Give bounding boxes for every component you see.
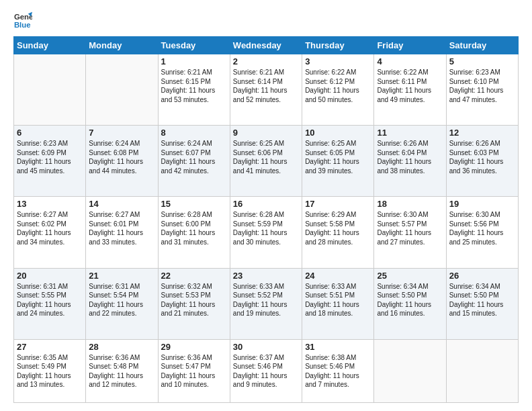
weekday-header: Saturday: [446, 37, 518, 54]
weekday-header: Wednesday: [230, 37, 302, 54]
day-info: Sunrise: 6:32 AM Sunset: 5:53 PM Dayligh…: [161, 282, 227, 318]
day-number: 4: [377, 56, 443, 66]
calendar-cell: 3Sunrise: 6:22 AM Sunset: 6:12 PM Daylig…: [302, 54, 374, 126]
calendar-cell: [446, 339, 518, 402]
day-info: Sunrise: 6:21 AM Sunset: 6:15 PM Dayligh…: [161, 68, 227, 104]
day-info: Sunrise: 6:34 AM Sunset: 5:50 PM Dayligh…: [449, 282, 515, 318]
day-number: 7: [89, 128, 154, 138]
calendar-cell: 26Sunrise: 6:34 AM Sunset: 5:50 PM Dayli…: [446, 268, 518, 339]
day-number: 22: [161, 271, 227, 281]
day-number: 1: [161, 56, 227, 66]
header: General Blue: [13, 11, 519, 30]
day-info: Sunrise: 6:30 AM Sunset: 5:57 PM Dayligh…: [377, 210, 443, 246]
weekday-header: Thursday: [302, 37, 374, 54]
calendar-cell: 18Sunrise: 6:30 AM Sunset: 5:57 PM Dayli…: [374, 197, 446, 268]
day-info: Sunrise: 6:21 AM Sunset: 6:14 PM Dayligh…: [233, 68, 299, 104]
day-info: Sunrise: 6:25 AM Sunset: 6:06 PM Dayligh…: [233, 139, 299, 175]
day-number: 21: [89, 271, 154, 281]
calendar-cell: 14Sunrise: 6:27 AM Sunset: 6:01 PM Dayli…: [86, 197, 158, 268]
day-info: Sunrise: 6:26 AM Sunset: 6:04 PM Dayligh…: [377, 139, 443, 175]
calendar-cell: 25Sunrise: 6:34 AM Sunset: 5:50 PM Dayli…: [374, 268, 446, 339]
day-info: Sunrise: 6:37 AM Sunset: 5:46 PM Dayligh…: [233, 353, 299, 390]
day-info: Sunrise: 6:26 AM Sunset: 6:03 PM Dayligh…: [449, 139, 515, 175]
calendar-cell: [374, 339, 446, 402]
day-number: 8: [161, 128, 227, 138]
calendar-cell: 29Sunrise: 6:36 AM Sunset: 5:47 PM Dayli…: [158, 339, 230, 402]
day-info: Sunrise: 6:33 AM Sunset: 5:52 PM Dayligh…: [233, 282, 299, 318]
calendar-cell: 7Sunrise: 6:24 AM Sunset: 6:08 PM Daylig…: [86, 126, 158, 197]
day-info: Sunrise: 6:22 AM Sunset: 6:11 PM Dayligh…: [377, 68, 443, 104]
calendar-cell: 23Sunrise: 6:33 AM Sunset: 5:52 PM Dayli…: [230, 268, 302, 339]
calendar-cell: 15Sunrise: 6:28 AM Sunset: 6:00 PM Dayli…: [158, 197, 230, 268]
calendar-cell: 4Sunrise: 6:22 AM Sunset: 6:11 PM Daylig…: [374, 54, 446, 126]
day-number: 6: [17, 128, 83, 138]
day-info: Sunrise: 6:31 AM Sunset: 5:55 PM Dayligh…: [17, 282, 83, 318]
calendar-cell: 31Sunrise: 6:38 AM Sunset: 5:46 PM Dayli…: [302, 339, 374, 402]
day-number: 29: [161, 342, 227, 352]
day-info: Sunrise: 6:25 AM Sunset: 6:05 PM Dayligh…: [305, 139, 371, 175]
day-number: 5: [449, 56, 515, 66]
calendar-cell: 12Sunrise: 6:26 AM Sunset: 6:03 PM Dayli…: [446, 126, 518, 197]
calendar-cell: 22Sunrise: 6:32 AM Sunset: 5:53 PM Dayli…: [158, 268, 230, 339]
day-number: 17: [305, 199, 371, 209]
day-info: Sunrise: 6:23 AM Sunset: 6:09 PM Dayligh…: [17, 139, 83, 175]
calendar-cell: 21Sunrise: 6:31 AM Sunset: 5:54 PM Dayli…: [86, 268, 158, 339]
calendar-cell: 6Sunrise: 6:23 AM Sunset: 6:09 PM Daylig…: [14, 126, 86, 197]
calendar-cell: 16Sunrise: 6:28 AM Sunset: 5:59 PM Dayli…: [230, 197, 302, 268]
day-number: 20: [17, 271, 83, 281]
day-info: Sunrise: 6:22 AM Sunset: 6:12 PM Dayligh…: [305, 68, 371, 104]
weekday-header: Friday: [374, 37, 446, 54]
calendar-cell: [86, 54, 158, 126]
calendar-cell: 10Sunrise: 6:25 AM Sunset: 6:05 PM Dayli…: [302, 126, 374, 197]
day-number: 3: [305, 56, 371, 66]
day-info: Sunrise: 6:34 AM Sunset: 5:50 PM Dayligh…: [377, 282, 443, 318]
weekday-header: Sunday: [14, 37, 86, 54]
day-info: Sunrise: 6:35 AM Sunset: 5:49 PM Dayligh…: [17, 353, 83, 390]
logo: General Blue: [13, 11, 35, 30]
calendar-cell: 24Sunrise: 6:33 AM Sunset: 5:51 PM Dayli…: [302, 268, 374, 339]
calendar-cell: 17Sunrise: 6:29 AM Sunset: 5:58 PM Dayli…: [302, 197, 374, 268]
svg-text:Blue: Blue: [14, 21, 31, 29]
day-info: Sunrise: 6:31 AM Sunset: 5:54 PM Dayligh…: [89, 282, 154, 318]
day-number: 31: [305, 342, 371, 352]
day-number: 25: [377, 271, 443, 281]
day-number: 24: [305, 271, 371, 281]
weekday-header: Tuesday: [158, 37, 230, 54]
logo-icon: General Blue: [13, 11, 32, 30]
day-number: 11: [377, 128, 443, 138]
calendar-cell: 8Sunrise: 6:24 AM Sunset: 6:07 PM Daylig…: [158, 126, 230, 197]
day-number: 23: [233, 271, 299, 281]
day-number: 27: [17, 342, 83, 352]
calendar-cell: 5Sunrise: 6:23 AM Sunset: 6:10 PM Daylig…: [446, 54, 518, 126]
calendar-cell: 20Sunrise: 6:31 AM Sunset: 5:55 PM Dayli…: [14, 268, 86, 339]
weekday-header: Monday: [86, 37, 158, 54]
day-number: 19: [449, 199, 515, 209]
page: General Blue SundayMondayTuesdayWednesda…: [0, 0, 532, 411]
day-number: 26: [449, 271, 515, 281]
day-info: Sunrise: 6:38 AM Sunset: 5:46 PM Dayligh…: [305, 353, 371, 390]
calendar-cell: 11Sunrise: 6:26 AM Sunset: 6:04 PM Dayli…: [374, 126, 446, 197]
day-number: 9: [233, 128, 299, 138]
day-number: 14: [89, 199, 154, 209]
calendar-cell: 27Sunrise: 6:35 AM Sunset: 5:49 PM Dayli…: [14, 339, 86, 402]
day-number: 16: [233, 199, 299, 209]
day-number: 2: [233, 56, 299, 66]
day-info: Sunrise: 6:28 AM Sunset: 5:59 PM Dayligh…: [233, 210, 299, 246]
day-info: Sunrise: 6:24 AM Sunset: 6:07 PM Dayligh…: [161, 139, 227, 175]
day-info: Sunrise: 6:33 AM Sunset: 5:51 PM Dayligh…: [305, 282, 371, 318]
day-info: Sunrise: 6:24 AM Sunset: 6:08 PM Dayligh…: [89, 139, 154, 175]
calendar-cell: 2Sunrise: 6:21 AM Sunset: 6:14 PM Daylig…: [230, 54, 302, 126]
day-number: 12: [449, 128, 515, 138]
day-number: 28: [89, 342, 154, 352]
day-number: 10: [305, 128, 371, 138]
day-number: 30: [233, 342, 299, 352]
day-info: Sunrise: 6:36 AM Sunset: 5:47 PM Dayligh…: [161, 353, 227, 390]
day-number: 15: [161, 199, 227, 209]
calendar-cell: 1Sunrise: 6:21 AM Sunset: 6:15 PM Daylig…: [158, 54, 230, 126]
day-info: Sunrise: 6:28 AM Sunset: 6:00 PM Dayligh…: [161, 210, 227, 246]
day-number: 18: [377, 199, 443, 209]
calendar-cell: 9Sunrise: 6:25 AM Sunset: 6:06 PM Daylig…: [230, 126, 302, 197]
calendar-cell: 28Sunrise: 6:36 AM Sunset: 5:48 PM Dayli…: [86, 339, 158, 402]
day-info: Sunrise: 6:30 AM Sunset: 5:56 PM Dayligh…: [449, 210, 515, 246]
calendar-cell: 30Sunrise: 6:37 AM Sunset: 5:46 PM Dayli…: [230, 339, 302, 402]
